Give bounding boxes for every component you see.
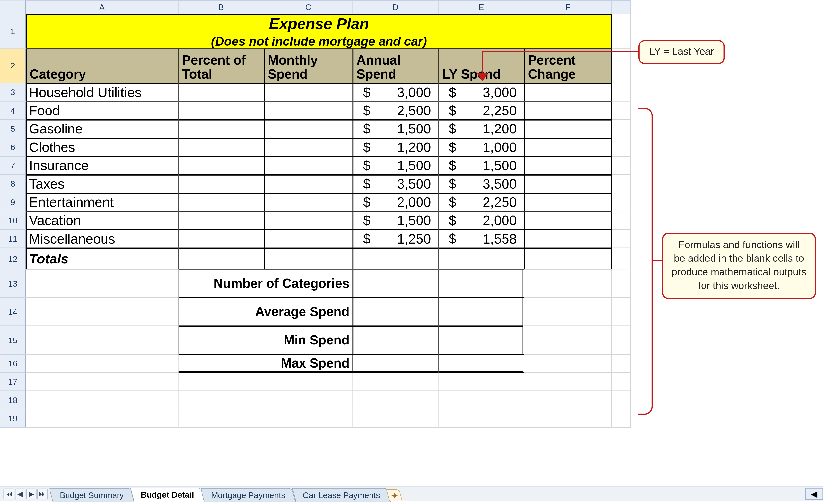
row-header-3[interactable]: 3 — [0, 83, 26, 101]
row-header-14[interactable]: 14 — [0, 298, 26, 326]
header-category[interactable]: Category — [26, 48, 179, 83]
cell-change-7[interactable] — [524, 157, 612, 175]
row-header-5[interactable]: 5 — [0, 120, 26, 138]
cell-monthly-6[interactable] — [264, 139, 353, 157]
row-header-6[interactable]: 6 — [0, 139, 26, 157]
col-header-G[interactable] — [612, 0, 631, 14]
stat-min-label[interactable]: Min Spend — [179, 326, 353, 354]
cell-monthly-9[interactable] — [264, 193, 353, 212]
stat-avg-annual[interactable] — [353, 298, 439, 326]
cell-pct-10[interactable] — [179, 212, 264, 230]
tab-budget-detail[interactable]: Budget Detail — [130, 487, 205, 502]
cell-change-4[interactable] — [524, 102, 612, 120]
cell-monthly-11[interactable] — [264, 230, 353, 248]
cell-annual-6[interactable]: $1,200 — [353, 139, 439, 157]
row-header-13[interactable]: 13 — [0, 269, 26, 298]
row-header-12[interactable]: 12 — [0, 248, 26, 269]
cell-ly-9[interactable]: $2,250 — [439, 193, 524, 212]
header-annual-spend[interactable]: Annual Spend — [353, 48, 439, 83]
cell-category-9[interactable]: Entertainment — [26, 193, 179, 212]
cell-G8[interactable] — [612, 175, 631, 193]
cell-B18[interactable] — [179, 391, 264, 410]
cell-monthly-8[interactable] — [264, 175, 353, 193]
cell-pct-7[interactable] — [179, 157, 264, 175]
cell-D17[interactable] — [353, 373, 439, 391]
cell-change-9[interactable] — [524, 193, 612, 212]
header-percent-change[interactable]: Percent Change — [524, 48, 612, 83]
stat-avg-label[interactable]: Average Spend — [179, 298, 353, 326]
cell-F13[interactable] — [524, 269, 612, 298]
cell-ly-11[interactable]: $1,558 — [439, 230, 524, 248]
totals-ly[interactable] — [439, 248, 524, 269]
cell-G9[interactable] — [612, 193, 631, 212]
cell-category-6[interactable]: Clothes — [26, 139, 179, 157]
cell-G1[interactable] — [612, 14, 631, 48]
cell-D18[interactable] — [353, 391, 439, 410]
cell-annual-3[interactable]: $3,000 — [353, 83, 439, 101]
cell-G18[interactable] — [612, 391, 631, 410]
cell-A18[interactable] — [26, 391, 179, 410]
tab-car-lease-payments[interactable]: Car Lease Payments — [292, 488, 391, 502]
tab-nav-prev[interactable]: ◀ — [15, 489, 25, 499]
cell-monthly-5[interactable] — [264, 120, 353, 138]
cell-annual-11[interactable]: $1,250 — [353, 230, 439, 248]
cell-ly-5[interactable]: $1,200 — [439, 120, 524, 138]
cell-annual-9[interactable]: $2,000 — [353, 193, 439, 212]
stat-num-categories-ly[interactable] — [439, 269, 524, 298]
cell-change-11[interactable] — [524, 230, 612, 248]
cell-G12[interactable] — [612, 248, 631, 269]
cell-G13[interactable] — [612, 269, 631, 298]
cell-pct-6[interactable] — [179, 139, 264, 157]
stat-num-categories-annual[interactable] — [353, 269, 439, 298]
cell-ly-7[interactable]: $1,500 — [439, 157, 524, 175]
cell-change-6[interactable] — [524, 139, 612, 157]
totals-pct[interactable] — [179, 248, 264, 269]
cell-A13[interactable] — [26, 269, 179, 298]
cell-A17[interactable] — [26, 373, 179, 391]
cell-annual-10[interactable]: $1,500 — [353, 212, 439, 230]
stat-max-label[interactable]: Max Spend — [179, 354, 353, 373]
cell-A14[interactable] — [26, 298, 179, 326]
stat-num-categories-label[interactable]: Number of Categories — [179, 269, 353, 298]
cell-monthly-4[interactable] — [264, 102, 353, 120]
cell-E17[interactable] — [439, 373, 524, 391]
cell-annual-8[interactable]: $3,500 — [353, 175, 439, 193]
cell-annual-5[interactable]: $1,500 — [353, 120, 439, 138]
cell-change-5[interactable] — [524, 120, 612, 138]
cell-F14[interactable] — [524, 298, 612, 326]
cell-ly-4[interactable]: $2,250 — [439, 102, 524, 120]
row-header-15[interactable]: 15 — [0, 326, 26, 354]
cell-B17[interactable] — [179, 373, 264, 391]
cell-G4[interactable] — [612, 102, 631, 120]
cell-F16[interactable] — [524, 354, 612, 373]
cell-pct-4[interactable] — [179, 102, 264, 120]
row-header-10[interactable]: 10 — [0, 212, 26, 230]
cell-G17[interactable] — [612, 373, 631, 391]
cell-category-10[interactable]: Vacation — [26, 212, 179, 230]
cell-annual-4[interactable]: $2,500 — [353, 102, 439, 120]
cell-G10[interactable] — [612, 212, 631, 230]
stat-min-ly[interactable] — [439, 326, 524, 354]
row-header-18[interactable]: 18 — [0, 391, 26, 410]
col-header-E[interactable]: E — [439, 0, 524, 14]
col-header-B[interactable]: B — [179, 0, 264, 14]
stat-max-annual[interactable] — [353, 354, 439, 373]
cell-F19[interactable] — [524, 410, 612, 428]
col-header-A[interactable]: A — [26, 0, 179, 14]
cell-category-11[interactable]: Miscellaneous — [26, 230, 179, 248]
hscroll-left[interactable]: ◀ — [805, 488, 823, 500]
cell-monthly-7[interactable] — [264, 157, 353, 175]
cell-pct-5[interactable] — [179, 120, 264, 138]
totals-annual[interactable] — [353, 248, 439, 269]
cell-G14[interactable] — [612, 298, 631, 326]
row-header-19[interactable]: 19 — [0, 410, 26, 428]
cell-G2[interactable] — [612, 48, 631, 83]
select-all-corner[interactable] — [0, 0, 26, 14]
cell-change-3[interactable] — [524, 83, 612, 101]
cell-C19[interactable] — [264, 410, 353, 428]
cell-ly-3[interactable]: $3,000 — [439, 83, 524, 101]
tab-nav-last[interactable]: ⏭ — [37, 489, 48, 499]
cell-pct-8[interactable] — [179, 175, 264, 193]
cell-monthly-10[interactable] — [264, 212, 353, 230]
row-header-17[interactable]: 17 — [0, 373, 26, 391]
